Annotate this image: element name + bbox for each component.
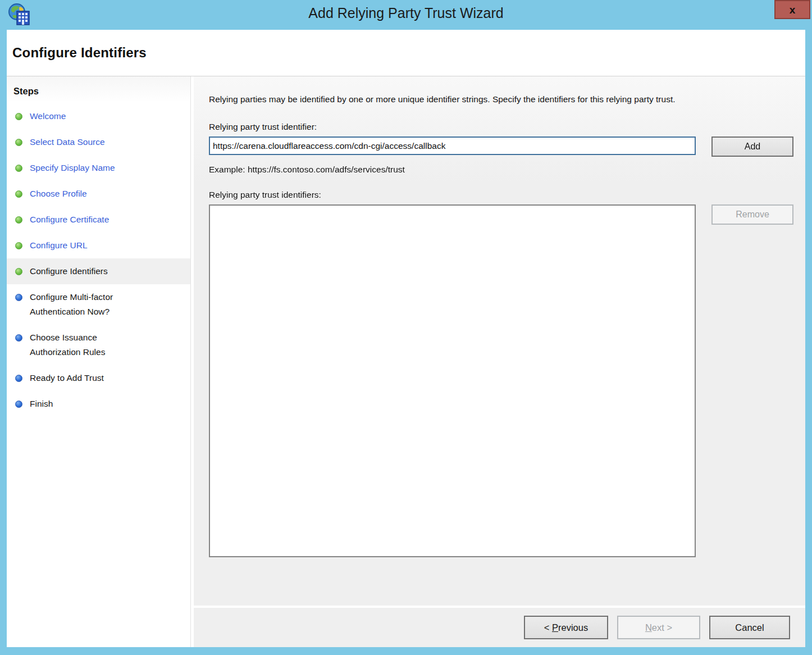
wizard-footer: < Previous Next > Cancel bbox=[194, 608, 805, 647]
page-header: Configure Identifiers bbox=[7, 30, 805, 76]
step-done-icon bbox=[15, 242, 22, 249]
sidebar-step-configure-mfa: Configure Multi-factor Authentication No… bbox=[7, 284, 190, 325]
identifier-field-label: Relying party trust identifier: bbox=[209, 122, 794, 132]
wizard-dialog: Configure Identifiers Steps Welcome Sele… bbox=[7, 30, 805, 647]
steps-list: Welcome Select Data Source Specify Displ… bbox=[7, 103, 190, 417]
identifiers-list-label: Relying party trust identifiers: bbox=[209, 190, 794, 200]
identifier-example-text: Example: https://fs.contoso.com/adfs/ser… bbox=[209, 165, 794, 175]
sidebar-step-configure-certificate: Configure Certificate bbox=[7, 207, 190, 233]
step-todo-icon bbox=[15, 401, 22, 408]
sidebar-step-welcome: Welcome bbox=[7, 103, 190, 129]
sidebar-step-configure-url: Configure URL bbox=[7, 233, 190, 258]
step-done-icon bbox=[15, 113, 22, 120]
page-title: Configure Identifiers bbox=[12, 45, 147, 61]
step-done-icon bbox=[15, 139, 22, 146]
previous-button[interactable]: < Previous bbox=[524, 616, 608, 639]
close-button[interactable]: x bbox=[774, 0, 810, 19]
panel-description: Relying parties may be identified by one… bbox=[209, 92, 783, 107]
close-icon: x bbox=[790, 4, 796, 15]
relying-party-identifiers-listbox[interactable] bbox=[209, 204, 696, 557]
step-done-icon bbox=[15, 216, 22, 224]
sidebar-step-finish: Finish bbox=[7, 391, 190, 417]
sidebar-step-ready-to-add-trust: Ready to Add Trust bbox=[7, 365, 190, 391]
step-todo-icon bbox=[15, 334, 22, 342]
steps-heading: Steps bbox=[7, 76, 190, 103]
configure-identifiers-panel: Relying parties may be identified by one… bbox=[194, 76, 805, 606]
next-button[interactable]: Next > bbox=[617, 616, 700, 639]
remove-button[interactable]: Remove bbox=[711, 204, 793, 225]
window-title: Add Relying Party Trust Wizard bbox=[0, 5, 812, 21]
steps-sidebar: Steps Welcome Select Data Source Specify… bbox=[7, 76, 191, 647]
sidebar-step-choose-issuance-rules: Choose Issuance Authorization Rules bbox=[7, 325, 190, 365]
sidebar-step-configure-identifiers: Configure Identifiers bbox=[7, 258, 190, 284]
titlebar: Add Relying Party Trust Wizard x bbox=[0, 0, 812, 30]
cancel-button[interactable]: Cancel bbox=[709, 616, 790, 639]
add-button[interactable]: Add bbox=[711, 137, 793, 157]
step-done-icon bbox=[15, 165, 22, 172]
step-done-icon bbox=[15, 190, 22, 198]
relying-party-identifier-input[interactable] bbox=[209, 137, 696, 155]
step-todo-icon bbox=[15, 375, 22, 382]
sidebar-step-select-data-source: Select Data Source bbox=[7, 129, 190, 155]
sidebar-step-choose-profile: Choose Profile bbox=[7, 181, 190, 207]
step-current-icon bbox=[15, 268, 22, 275]
step-todo-icon bbox=[15, 294, 22, 301]
sidebar-step-specify-display-name: Specify Display Name bbox=[7, 155, 190, 181]
